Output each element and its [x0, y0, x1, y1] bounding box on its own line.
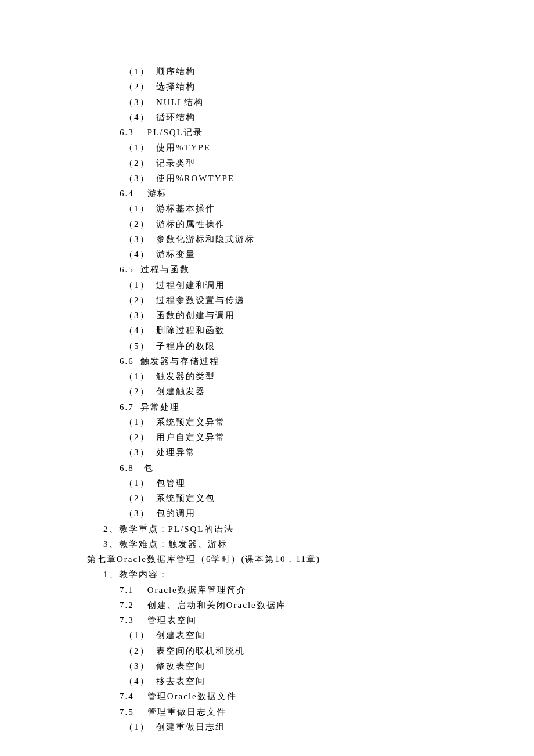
text-line: 7.1 Oracle数据库管理简介 [87, 582, 464, 597]
text-line: 3、教学难点：触发器、游标 [87, 537, 464, 552]
text-line: （1） 游标基本操作 [87, 201, 464, 216]
text-line: （3） 包的调用 [87, 506, 464, 521]
text-line: （1） 顺序结构 [87, 64, 464, 79]
text-line: （3） 函数的创建与调用 [87, 308, 464, 323]
text-line: （2） 表空间的联机和脱机 [87, 643, 464, 658]
text-line: （1） 触发器的类型 [87, 369, 464, 384]
text-line: （1） 创建表空间 [87, 628, 464, 643]
document-page: （1） 顺序结构（2） 选择结构（3） NULL结构（4） 循环结构6.3 PL… [0, 0, 534, 756]
text-line: （1） 使用%TYPE [87, 140, 464, 155]
text-line: 7.4 管理Oracle数据文件 [87, 689, 464, 704]
text-line: （3） 修改表空间 [87, 658, 464, 674]
text-line: 6.5 过程与函数 [87, 262, 464, 277]
text-line: 6.8 包 [87, 460, 464, 476]
text-line: 6.6 触发器与存储过程 [87, 354, 464, 369]
text-line: 1、教学内容： [87, 567, 464, 582]
text-line: （3） 处理异常 [87, 445, 464, 460]
text-line: （2） 过程参数设置与传递 [87, 293, 464, 308]
document-body: （1） 顺序结构（2） 选择结构（3） NULL结构（4） 循环结构6.3 PL… [87, 64, 464, 735]
text-line: （2） 用户自定义异常 [87, 430, 464, 445]
text-line: 第七章Oracle数据库管理（6学时）(课本第10，11章) [87, 552, 464, 567]
text-line: （2） 系统预定义包 [87, 491, 464, 506]
text-line: 7.2 创建、启动和关闭Oracle数据库 [87, 597, 464, 613]
text-line: （1） 包管理 [87, 476, 464, 491]
text-line: 7.5 管理重做日志文件 [87, 704, 464, 719]
text-line: （1） 创建重做日志组 [87, 719, 464, 735]
text-line: （2） 选择结构 [87, 79, 464, 94]
text-line: 6.4 游标 [87, 186, 464, 201]
text-line: （3） NULL结构 [87, 95, 464, 110]
text-line: 6.7 异常处理 [87, 399, 464, 415]
text-line: （5） 子程序的权限 [87, 339, 464, 354]
text-line: 7.3 管理表空间 [87, 613, 464, 628]
text-line: （2） 游标的属性操作 [87, 217, 464, 232]
text-line: （4） 删除过程和函数 [87, 323, 464, 338]
text-line: （1） 系统预定义异常 [87, 415, 464, 430]
text-line: （2） 记录类型 [87, 156, 464, 171]
text-line: （3） 使用%ROWTYPE [87, 171, 464, 186]
text-line: （4） 移去表空间 [87, 674, 464, 689]
text-line: 2、教学重点：PL/SQL的语法 [87, 521, 464, 537]
text-line: （3） 参数化游标和隐式游标 [87, 232, 464, 247]
text-line: （1） 过程创建和调用 [87, 278, 464, 293]
text-line: （4） 游标变量 [87, 247, 464, 262]
text-line: 6.3 PL/SQL记录 [87, 125, 464, 140]
text-line: （4） 循环结构 [87, 110, 464, 125]
text-line: （2） 创建触发器 [87, 384, 464, 399]
